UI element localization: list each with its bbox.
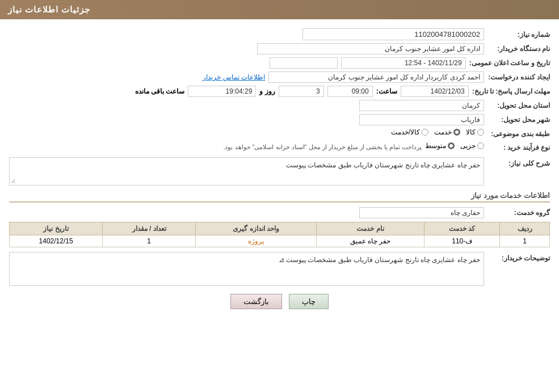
need-desc-label: شرح کلی نیاز:: [487, 157, 550, 167]
announcement-value: 1402/11/29 - 12:54: [341, 57, 466, 69]
city-label: شهر محل تحویل:: [487, 116, 550, 124]
print-button[interactable]: چاپ: [289, 294, 329, 309]
cell-service_name: حفر چاه عمیق: [316, 235, 424, 247]
service-group-label: گروه خدمت:: [487, 209, 550, 217]
resize-handle-1[interactable]: ⊿: [11, 178, 15, 184]
deadline-date: 1402/12/03: [401, 86, 469, 97]
contact-link[interactable]: اطلاعات تماس خریدار: [203, 73, 265, 81]
deadline-time-label: ساعت:: [376, 87, 397, 95]
cell-unit[interactable]: پروژه: [196, 235, 317, 247]
radio-kala[interactable]: [477, 129, 484, 136]
category-kala-label: کالا: [466, 128, 476, 136]
province-value: کرمان: [359, 100, 484, 111]
creator-value: احمد کردی کاربردار اداره کل امور عشایر ج…: [268, 71, 484, 83]
page-title: جزئیات اطلاعات نیاز: [8, 5, 90, 14]
back-button[interactable]: بازگشت: [230, 294, 282, 309]
radio-khedmat[interactable]: [453, 129, 460, 136]
creator-label: ایجاد کننده درخواست:: [487, 73, 550, 81]
need-number-value: 1102004781000202: [302, 28, 484, 40]
deadline-days-label: روز و: [259, 87, 275, 95]
col-quantity: تعداد / مقدار: [103, 222, 196, 235]
service-group-value: حفاری چاه: [359, 207, 484, 218]
deadline-remaining-label: ساعت باقی مانده: [135, 87, 185, 95]
col-service-code: کد خدمت: [424, 222, 500, 235]
cell-service_code: ف-110: [424, 235, 500, 247]
empty-field-1: [270, 57, 338, 69]
cell-quantity: 1: [103, 235, 196, 247]
buyer-org-label: نام دستگاه خریدار:: [487, 45, 550, 53]
services-section-header: اطلاعات خدمات مورد نیاز: [9, 191, 550, 203]
table-row: 1ف-110حفر چاه عمیقپروژه11402/12/15: [10, 235, 550, 247]
buyer-desc-value: حفر چاه عشایری چاه تارنج شهرستان فاریاب …: [286, 256, 480, 264]
need-desc-box: حفر چاه عشایری چاه تارنج شهرستان فاریاب …: [9, 157, 484, 186]
buyer-desc-box: حفر چاه عشایری چاه تارنج شهرستان فاریاب …: [9, 252, 484, 286]
buyer-org-value: اداره کل امور عشایر جنوب کرمان: [257, 43, 484, 54]
category-kala-khedmat-option[interactable]: کالا/خدمت: [391, 128, 428, 136]
radio-jozvi[interactable]: [477, 142, 484, 149]
page-header: جزئیات اطلاعات نیاز: [0, 0, 559, 19]
city-value: فاریاب: [359, 114, 484, 125]
buyer-desc-label: توضیحات خریدار:: [487, 252, 550, 262]
category-khedmat-label: خدمت: [434, 128, 452, 136]
cell-need_date: 1402/12/15: [10, 235, 103, 247]
province-label: استان محل تحویل:: [487, 102, 550, 109]
col-need-date: تاریخ نیاز: [10, 222, 103, 235]
deadline-remaining: 19:04:29: [188, 86, 256, 97]
deadline-time: 09:00: [327, 86, 373, 97]
process-label: نوع فرآیند خرید :: [487, 144, 550, 151]
process-jozvi-option[interactable]: جزیی: [460, 142, 484, 150]
need-number-label: شماره نیاز:: [487, 31, 550, 39]
radio-kala-khedmat[interactable]: [422, 129, 428, 136]
process-jozvi-label: جزیی: [460, 142, 476, 150]
category-kala-option[interactable]: کالا: [466, 128, 484, 136]
services-table: ردیف کد خدمت نام خدمت واحد اندازه گیری ت…: [9, 222, 550, 247]
category-kala-khedmat-label: کالا/خدمت: [391, 128, 420, 136]
deadline-days: 3: [279, 86, 324, 97]
category-radio-group: کالا خدمت کالا/خدمت: [391, 128, 484, 136]
process-desc: پرداخت تمام یا بخشی از مبلغ خریدار از مح…: [223, 144, 422, 151]
need-desc-value: حفر چاه عشایری چاه تارنج شهرستان فاریاب …: [286, 161, 480, 169]
deadline-label: مهلت ارسال پاسخ: تا تاریخ:: [472, 87, 550, 95]
process-radio-group: جزیی متوسط: [425, 142, 484, 150]
footer-buttons: چاپ بازگشت: [9, 294, 550, 309]
category-khedmat-option[interactable]: خدمت: [434, 128, 460, 136]
process-motavaset-option[interactable]: متوسط: [425, 142, 455, 150]
process-motavaset-label: متوسط: [425, 142, 446, 150]
col-service-name: نام خدمت: [316, 222, 424, 235]
col-unit: واحد اندازه گیری: [196, 222, 317, 235]
category-label: طبقه بندی موضوعی:: [487, 130, 550, 138]
announcement-label: تاریخ و ساعت اعلان عمومی:: [469, 59, 550, 67]
radio-motavaset[interactable]: [448, 142, 455, 149]
col-row-num: ردیف: [500, 222, 550, 235]
resize-handle-2[interactable]: ⊿: [279, 256, 284, 264]
cell-row_num: 1: [500, 235, 550, 247]
